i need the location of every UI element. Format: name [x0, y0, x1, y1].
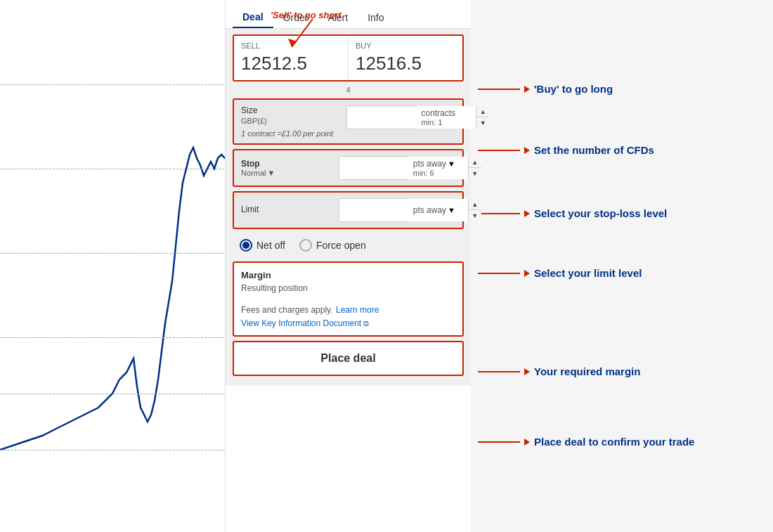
annotation-limit: Select your limit level: [478, 267, 642, 279]
size-label: Size: [241, 105, 267, 115]
limit-arrow-line: [478, 273, 520, 274]
cfds-arrow-line: [478, 150, 520, 151]
stop-down-btn[interactable]: ▼: [469, 168, 481, 179]
size-up-btn[interactable]: ▲: [476, 106, 489, 117]
annotation-buy-long: 'Buy' to go long: [478, 83, 613, 95]
sell-tooltip-container: 'Sell' to go short: [271, 8, 342, 21]
annotation-limit-text: Select your limit level: [534, 267, 642, 279]
force-open-radio[interactable]: [299, 239, 312, 252]
limit-input-container[interactable]: ▲ ▼: [339, 198, 409, 222]
margin-title: Margin: [241, 270, 455, 280]
svg-marker-1: [288, 39, 297, 47]
deal-content: SELL 12512.5 BUY 12516.5 4 Size GBP(£): [226, 29, 471, 386]
view-doc-link[interactable]: View Key Information Document: [241, 318, 361, 328]
sell-price: 12512.5: [241, 53, 341, 74]
margin-arrow-line: [478, 371, 520, 372]
size-stepper: ▲ ▼: [476, 106, 489, 129]
buy-price: 12516.5: [356, 53, 455, 74]
stop-stepper: ▲ ▼: [468, 157, 481, 179]
place-deal-button[interactable]: Place deal: [233, 341, 464, 376]
net-off-label: Net off: [256, 240, 285, 251]
stop-label: Stop: [241, 159, 275, 169]
stop-section: Stop Normal ▼ ▲ ▼: [233, 149, 464, 187]
radio-section: Net off Force open: [233, 233, 464, 257]
annotation-place-deal: Place deal to confirm your trade: [478, 436, 694, 448]
limit-label: Limit: [241, 205, 259, 214]
stop-normal-dropdown[interactable]: Normal ▼: [241, 169, 275, 177]
deal-panel: Deal Order Alert Info SELL 12512.5 BUY 1…: [225, 0, 471, 532]
sell-arrow-svg: [285, 19, 341, 54]
annotation-stop-loss: Select your stop-loss level: [478, 207, 667, 219]
stop-suffix: pts away: [413, 159, 446, 169]
net-off-option[interactable]: Net off: [240, 239, 285, 252]
stop-type: Stop Normal ▼: [241, 159, 275, 177]
tabs-container: Deal Order Alert Info: [226, 0, 471, 29]
buy-arrow-head: [524, 86, 530, 93]
limit-arrow-head: [524, 270, 530, 277]
force-open-label: Force open: [316, 240, 366, 251]
limit-section: Limit ▲ ▼ pts away ▼: [233, 191, 464, 229]
stop-up-btn[interactable]: ▲: [469, 157, 481, 168]
annotations-area: 'Buy' to go long Set the number of CFDs …: [478, 0, 773, 532]
place-arrow-line: [478, 441, 520, 443]
tab-info[interactable]: Info: [358, 7, 394, 28]
limit-stepper: ▲ ▼: [468, 199, 481, 221]
buy-label: BUY: [356, 41, 455, 50]
tab-deal[interactable]: Deal: [233, 7, 273, 28]
annotation-place-text: Place deal to confirm your trade: [534, 436, 694, 448]
annotation-buy-text: 'Buy' to go long: [534, 83, 613, 95]
size-suffix: contracts: [421, 108, 455, 118]
size-italic: 1 contract =£1.00 per point: [241, 129, 455, 138]
margin-subtitle: Resulting position: [241, 283, 455, 293]
learn-more-link[interactable]: Learn more: [336, 305, 379, 315]
annotation-margin: Your required margin: [478, 365, 640, 377]
margin-section: Margin Resulting position Fees and charg…: [233, 261, 464, 337]
force-open-option[interactable]: Force open: [299, 239, 366, 252]
margin-arrow-head: [524, 368, 530, 375]
size-input-container[interactable]: ▲ ▼: [346, 105, 417, 129]
net-off-radio[interactable]: [240, 239, 252, 252]
annotation-margin-text: Your required margin: [534, 365, 640, 377]
stop-arrow-head: [524, 210, 530, 217]
place-arrow-head: [524, 439, 530, 446]
buy-arrow-line: [478, 89, 520, 90]
net-off-inner: [242, 242, 249, 249]
annotation-stop-text: Select your stop-loss level: [534, 207, 667, 219]
stop-type-text: Normal: [241, 169, 266, 177]
stop-suffix-arrow: ▼: [448, 160, 455, 168]
limit-suffix: pts away: [413, 205, 446, 215]
cfds-arrow-head: [524, 147, 530, 154]
view-doc-container: View Key Information Document ⧉: [241, 318, 455, 328]
stop-input-container[interactable]: ▲ ▼: [339, 156, 409, 180]
stop-min: min: 6: [413, 169, 455, 177]
size-sublabel: GBP(£): [241, 117, 267, 125]
buy-box[interactable]: BUY 12516.5: [349, 36, 462, 80]
sell-buy-section: SELL 12512.5 BUY 12516.5: [233, 34, 464, 82]
spread-badge: 4: [233, 86, 464, 94]
stop-arrow-line: [478, 213, 520, 214]
limit-suffix-arrow: ▼: [448, 206, 455, 214]
stop-dropdown-arrow: ▼: [267, 169, 275, 177]
margin-fees: Fees and charges apply.: [241, 305, 333, 315]
annotation-cfds-text: Set the number of CFDs: [534, 144, 654, 156]
size-min: min: 1: [421, 118, 455, 126]
size-section: Size GBP(£) ▲ ▼ contracts min: 1: [233, 98, 464, 145]
annotation-cfds: Set the number of CFDs: [478, 144, 654, 156]
size-input[interactable]: [347, 106, 476, 129]
limit-up-btn[interactable]: ▲: [469, 199, 481, 210]
limit-down-btn[interactable]: ▼: [469, 210, 481, 221]
external-link-icon: ⧉: [363, 319, 369, 328]
size-down-btn[interactable]: ▼: [476, 117, 489, 129]
